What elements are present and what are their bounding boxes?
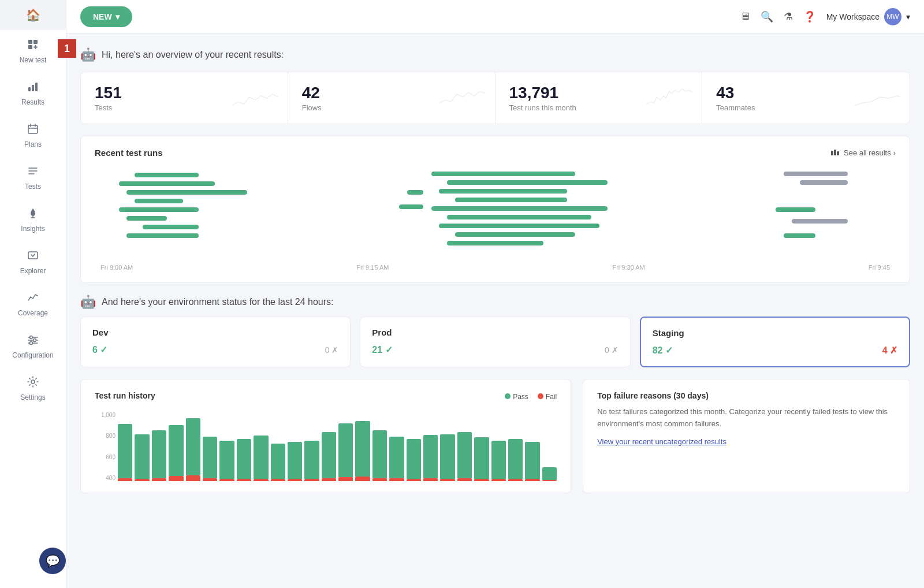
bar-group — [152, 430, 166, 481]
svg-point-22 — [33, 339, 36, 342]
overview-greeting: Hi, here's an overview of your recent re… — [102, 50, 284, 60]
insights-icon — [27, 207, 39, 222]
bar-pass — [254, 436, 268, 479]
explorer-icon — [27, 249, 39, 265]
env-card-dev[interactable]: Dev 6 ✓ 0 ✗ — [80, 317, 351, 367]
bar-pass — [389, 437, 404, 478]
bar-fail — [372, 478, 387, 482]
bar-pass — [542, 467, 557, 480]
gantt-bars — [95, 167, 896, 259]
bar-fail — [525, 479, 539, 481]
env-stats-dev: 6 ✓ 0 ✗ — [92, 344, 338, 355]
env-fail-prod: 0 ✗ — [605, 345, 619, 355]
new-button-label: NEW — [93, 12, 112, 21]
bar-group — [237, 439, 251, 481]
sidebar-item-coverage[interactable]: Coverage — [0, 283, 66, 325]
bar-fail — [304, 479, 319, 481]
failure-reasons-card: Top failure reasons (30 days) No test fa… — [583, 379, 910, 493]
see-all-results-link[interactable]: See all results › — [830, 148, 896, 158]
new-test-icon — [27, 38, 39, 54]
failure-text: No test failures categorized this month.… — [597, 406, 896, 430]
svg-rect-5 — [28, 87, 31, 91]
env-fail-staging: 4 ✗ — [882, 345, 897, 356]
sidebar-label-tests: Tests — [25, 183, 41, 191]
filter-icon[interactable]: ⚗ — [784, 10, 793, 23]
sidebar-item-tests[interactable]: Tests — [0, 157, 66, 199]
workspace-menu[interactable]: My Workspace MW ▾ — [826, 8, 910, 25]
sidebar-item-new-test[interactable]: New test — [0, 30, 66, 72]
bar-pass — [304, 441, 319, 479]
bar-group — [355, 421, 370, 482]
search-icon[interactable]: 🔍 — [761, 10, 773, 23]
stat-card-runs[interactable]: 13,791 Test runs this month — [495, 72, 703, 124]
chat-bubble[interactable]: 💬 — [39, 548, 66, 574]
sidebar-item-results[interactable]: Results — [0, 72, 66, 114]
legend-fail: Fail — [538, 393, 557, 401]
sidebar-item-plans[interactable]: Plans — [0, 114, 66, 157]
bar-group — [542, 467, 557, 481]
sidebar-item-settings[interactable]: Settings — [0, 367, 66, 410]
new-button[interactable]: NEW ▾ — [80, 6, 132, 27]
stat-card-flows[interactable]: 42 Flows — [288, 72, 495, 124]
bar-group — [271, 444, 285, 481]
timeline-label-3: Fri 9:45 — [869, 264, 890, 271]
svg-rect-6 — [32, 85, 34, 91]
env-card-prod[interactable]: Prod 21 ✓ 0 ✗ — [360, 317, 630, 367]
bar-pass — [203, 437, 217, 478]
env-name-staging: Staging — [653, 328, 897, 338]
test-run-history-card: Test run history Pass Fail 1,000 800 600… — [80, 379, 571, 493]
env-greeting: And here's your environment status for t… — [102, 297, 334, 307]
sidebar-label-plans: Plans — [24, 140, 42, 148]
sidebar-item-configuration[interactable]: Configuration — [0, 325, 66, 367]
bar-fail — [423, 478, 438, 482]
sidebar-label-new-test: New test — [20, 56, 47, 64]
help-icon[interactable]: ❓ — [803, 10, 816, 23]
timeline-label-2: Fri 9:30 AM — [612, 264, 644, 271]
env-header: 🤖 And here's your environment status for… — [80, 295, 910, 310]
teammates-sparkline — [854, 85, 900, 111]
svg-rect-1 — [33, 40, 38, 44]
bar-group — [322, 432, 336, 481]
bar-pass — [372, 430, 387, 478]
sidebar-label-settings: Settings — [20, 393, 45, 401]
svg-point-23 — [30, 342, 33, 345]
bar-fail — [440, 479, 454, 481]
bar-group — [338, 423, 353, 481]
overview-header: 🤖 Hi, here's an overview of your recent … — [80, 47, 910, 62]
workspace-name: My Workspace — [826, 12, 880, 21]
bar-fail — [118, 478, 132, 482]
bar-group — [169, 425, 183, 481]
bar-fail — [203, 478, 217, 482]
stat-card-tests[interactable]: 151 Tests — [81, 72, 288, 124]
failure-link[interactable]: View your recent uncategorized results — [597, 437, 896, 446]
bar-pass — [525, 442, 539, 479]
env-stats-staging: 82 ✓ 4 ✗ — [653, 345, 897, 356]
bar-group — [525, 442, 539, 481]
user-avatar: MW — [884, 8, 901, 25]
bar-chart — [95, 412, 557, 481]
bar-group — [288, 442, 302, 481]
bar-fail — [508, 479, 523, 481]
bar-fail — [271, 479, 285, 481]
sidebar-label-configuration: Configuration — [12, 351, 53, 359]
bar-pass — [355, 421, 370, 477]
bar-group — [389, 437, 404, 481]
stat-card-teammates[interactable]: 43 Teammates — [702, 72, 910, 124]
gantt-chart: Fri 9:00 AM Fri 9:15 AM Fri 9:30 AM Fri … — [95, 167, 896, 271]
sidebar-item-explorer[interactable]: Explorer — [0, 241, 66, 283]
bar-group — [491, 441, 506, 481]
bar-group — [440, 434, 454, 481]
svg-rect-17 — [28, 252, 38, 259]
sidebar-item-insights[interactable]: Insights — [0, 199, 66, 241]
bar-pass — [423, 435, 438, 478]
bar-group — [508, 439, 523, 481]
bar-fail — [491, 479, 506, 481]
configuration-icon — [27, 333, 39, 349]
sidebar-label-results: Results — [21, 98, 44, 106]
env-card-staging[interactable]: Staging 82 ✓ 4 ✗ — [640, 317, 910, 367]
bar-group — [219, 441, 234, 481]
sidebar-item-home[interactable]: 🏠 — [0, 0, 66, 30]
svg-rect-4 — [33, 47, 38, 48]
monitor-icon[interactable]: 🖥 — [740, 10, 750, 23]
svg-rect-25 — [831, 151, 833, 155]
